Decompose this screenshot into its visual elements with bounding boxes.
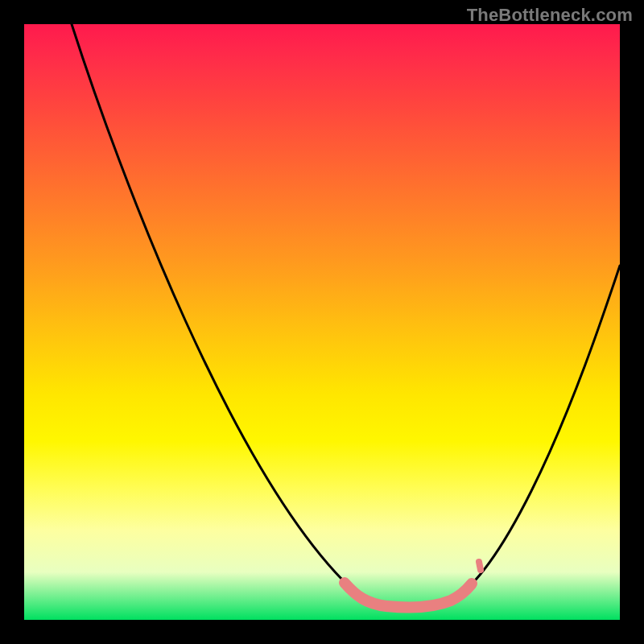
bottleneck-curve	[72, 24, 620, 608]
highlight-tick	[479, 562, 481, 570]
plot-area	[24, 24, 620, 620]
curve-layer	[24, 24, 620, 620]
highlight-segment	[345, 583, 472, 608]
watermark-text: TheBottleneck.com	[467, 5, 633, 26]
chart-container: TheBottleneck.com	[0, 0, 644, 644]
